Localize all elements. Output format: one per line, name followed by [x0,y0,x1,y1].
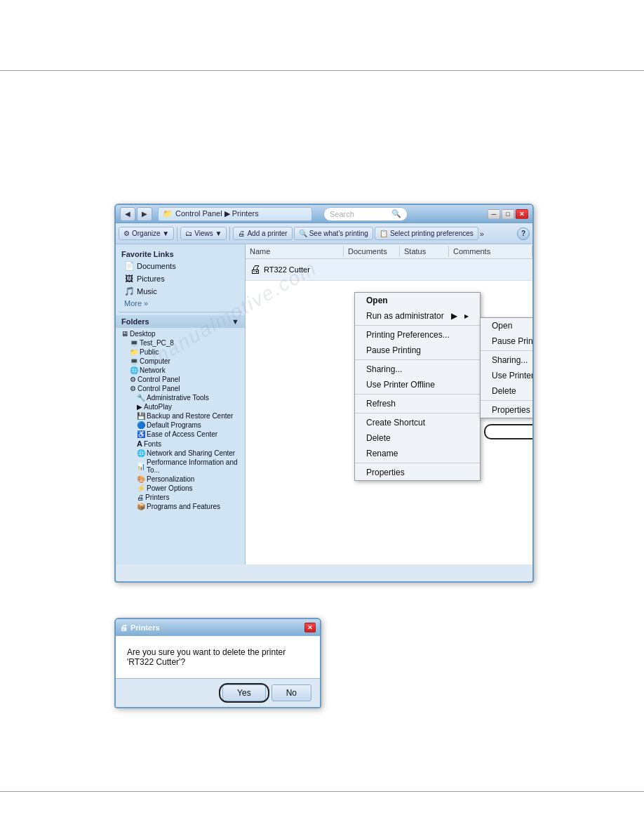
back-button[interactable]: ◀ [120,207,135,221]
search-bar[interactable]: Search 🔍 [323,207,408,221]
dialog-footer: Yes No [116,678,320,707]
tree-public[interactable]: 📁 Public [116,348,245,357]
cm-sep-1 [355,325,480,326]
tree-network[interactable]: 🌐 Network [116,366,245,375]
more-options-icon[interactable]: » [480,230,484,238]
power-options-icon: ⚡ [137,484,145,492]
organize-button[interactable]: ⚙ Organize ▼ [119,227,174,240]
sub-cm-use-offline[interactable]: Use Printer Offline [481,368,532,383]
cm-refresh[interactable]: Refresh [355,396,480,411]
sidebar-item-pictures[interactable]: 🖼 Pictures [116,272,245,285]
tree-fonts[interactable]: A Fonts [116,439,245,449]
bottom-border [0,791,644,792]
tree-computer[interactable]: 💻 Computer [116,357,245,366]
dialog-printer-icon: 🖨 [120,623,128,632]
help-button[interactable]: ? [517,227,530,240]
sub-cm-open[interactable]: Open [481,318,532,333]
no-button[interactable]: No [271,684,311,701]
dialog-close-button[interactable]: ✕ [304,623,316,633]
folders-header[interactable]: Folders ▼ [116,315,245,328]
column-headers: Name Documents Status Comments [246,244,532,259]
select-preferences-label: Select printing preferences [390,230,474,237]
documents-icon: 📄 [124,261,134,271]
cm-sep-5 [355,463,480,463]
arrow-icon: ▶ [451,311,457,321]
see-whats-printing-icon: 🔍 [299,230,307,237]
add-printer-button[interactable]: 🖨 Add a printer [233,227,292,240]
tree-default-programs[interactable]: 🔵 Default Programs [116,421,245,430]
tree-control-panel-1[interactable]: ⚙ Control Panel [116,375,245,384]
titlebar-controls: ─ □ ✕ [488,209,528,219]
sub-cm-properties[interactable]: Properties [481,402,532,418]
tree-personalization[interactable]: 🎨 Personalization [116,475,245,484]
main-content: Name Documents Status Comments 🖨 RT322 C… [246,244,532,564]
close-button[interactable]: ✕ [516,209,528,219]
computer-icon: 💻 [130,357,138,365]
see-whats-printing-button[interactable]: 🔍 See what's printing [294,227,373,240]
tree-control-panel-2[interactable]: ⚙ Control Panel [116,384,245,393]
public-icon: 📁 [130,348,138,356]
col-comments: Comments [449,246,532,257]
cm-use-printer-offline[interactable]: Use Printer Offline [355,377,480,392]
sidebar-item-music[interactable]: 🎵 Music [116,285,245,298]
programs-features-icon: 📦 [137,503,145,510]
tree-autoplay[interactable]: ▶ AutoPlay [116,402,245,411]
see-whats-printing-label: See what's printing [309,230,368,237]
cm-create-shortcut[interactable]: Create Shortcut [355,415,480,430]
cm-delete[interactable]: Delete [355,430,480,446]
page: ◀ ▶ 📁 Control Panel ▶ Printers Search 🔍 … [0,0,644,834]
tree-programs-features[interactable]: 📦 Programs and Features [116,502,245,511]
default-programs-icon: 🔵 [137,421,145,429]
minimize-button[interactable]: ─ [488,209,500,219]
add-printer-label: Add a printer [247,230,287,237]
maximize-button[interactable]: □ [502,209,514,219]
tree-network-sharing[interactable]: 🌐 Network and Sharing Center [116,449,245,458]
col-name: Name [246,246,344,257]
tree-ease-of-access[interactable]: ♿ Ease of Access Center [116,430,245,439]
tree-desktop[interactable]: 🖥 Desktop [116,329,245,338]
sub-cm-delete[interactable]: Delete [481,383,532,399]
sidebar-pictures-label: Pictures [137,274,165,283]
more-link[interactable]: More » [116,298,245,309]
admin-tools-icon: 🔧 [137,394,145,402]
views-icon: 🗂 [185,230,192,237]
cm-pause-printing[interactable]: Pause Printing [355,343,480,358]
yes-button[interactable]: Yes [222,684,266,701]
dialog-title: 🖨 Printers [120,623,160,632]
tree-admin-tools[interactable]: 🔧 Administrative Tools [116,393,245,402]
cm-open[interactable]: Open [355,293,480,308]
delete-circle [484,424,532,439]
tree-performance[interactable]: 📊 Performance Information and To... [116,458,245,475]
cm-sharing[interactable]: Sharing... [355,362,480,377]
favorite-links-title: Favorite Links [116,247,245,260]
tree-test-pc[interactable]: 💻 Test_PC_8 [116,338,245,348]
organize-icon: ⚙ [123,230,130,237]
dialog-box: 🖨 Printers ✕ Are you sure you want to de… [114,618,321,708]
tree-backup[interactable]: 💾 Backup and Restore Center [116,411,245,421]
pictures-icon: 🖼 [124,274,134,284]
fonts-icon: A [137,439,142,448]
select-preferences-button[interactable]: 📋 Select printing preferences [375,227,478,240]
test-pc-icon: 💻 [130,339,138,347]
cm-printing-prefs[interactable]: Printing Preferences... [355,327,480,343]
forward-button[interactable]: ▶ [137,207,152,221]
organize-label: Organize ▼ [132,230,169,237]
tree-power-options[interactable]: ⚡ Power Options [116,484,245,493]
printer-icon: 🖨 [250,263,261,276]
views-button[interactable]: 🗂 Views ▼ [180,227,227,240]
cm-rename[interactable]: Rename [355,446,480,461]
printer-row[interactable]: 🖨 RT322 Cutter [246,259,532,281]
ease-of-access-icon: ♿ [137,430,145,438]
sub-cm-pause-printing[interactable]: Pause Printing [481,333,532,349]
printers-icon: 🖨 [137,494,144,501]
cm-run-as-admin[interactable]: Run as administrator ▶ [355,308,480,324]
sidebar: Favorite Links 📄 Documents 🖼 Pictures 🎵 … [116,244,246,564]
views-label: Views ▼ [194,230,222,237]
sub-cm-sharing[interactable]: Sharing... [481,352,532,368]
tree-printers[interactable]: 🖨 Printers [116,493,245,502]
cm-properties[interactable]: Properties [355,465,480,480]
backup-icon: 💾 [137,412,145,420]
sidebar-item-documents[interactable]: 📄 Documents [116,260,245,272]
sub-cm-sep-2 [481,400,532,401]
breadcrumb-bar[interactable]: 📁 Control Panel ▶ Printers [158,207,312,221]
